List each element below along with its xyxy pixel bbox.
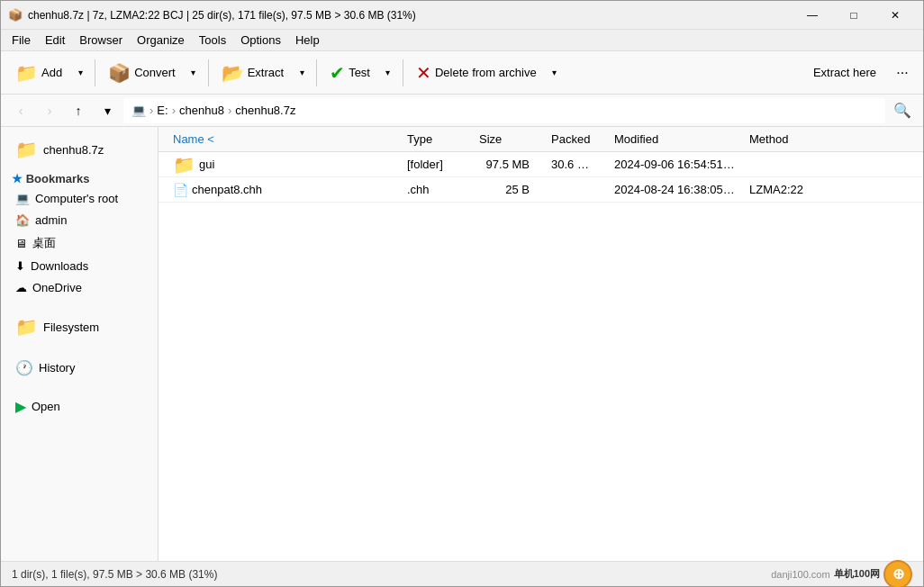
desktop-label: 桌面 [32, 235, 56, 251]
menu-bar: File Edit Browser Organize Tools Options… [1, 30, 923, 51]
delete-dropdown[interactable]: ▾ [546, 56, 564, 90]
breadcrumb-archive[interactable]: chenhu8.7z [235, 104, 295, 117]
test-dropdown[interactable]: ▾ [379, 56, 397, 90]
file-type-chh: .chh [400, 183, 472, 196]
col-header-name[interactable]: Name < [166, 127, 400, 151]
sidebar-item-downloads[interactable]: ⬇ Downloads [5, 256, 154, 276]
menu-edit[interactable]: Edit [38, 32, 72, 49]
sidebar-item-computer-root[interactable]: 💻 Computer's root [5, 188, 154, 209]
watermark-url: danji100.com [771, 569, 829, 580]
address-bar: ‹ › ↑ ▾ 💻 › E: › chenhu8 › chenhu8.7z 🔍 [1, 95, 923, 127]
filesystem-label: Filesystem [43, 321, 99, 334]
downloads-icon: ⬇ [15, 259, 25, 273]
app-icon: 📦 [8, 8, 23, 23]
separator-3 [316, 59, 317, 86]
menu-browser[interactable]: Browser [72, 32, 130, 49]
breadcrumb-drive[interactable]: E: [157, 104, 168, 117]
computer-icon: 💻 [131, 104, 146, 117]
maximize-button[interactable]: □ [833, 1, 874, 30]
status-bar: 1 dir(s), 1 file(s), 97.5 MB > 30.6 MB (… [1, 561, 923, 586]
folder-icon: 📁 [173, 154, 195, 176]
file-size-chh: 25 B [472, 183, 544, 196]
menu-help[interactable]: Help [288, 32, 327, 49]
convert-button[interactable]: 📦 Convert [101, 56, 183, 90]
admin-label: admin [35, 213, 67, 227]
col-header-method[interactable]: Method [742, 127, 814, 151]
separator-1 [95, 59, 95, 86]
extract-dropdown[interactable]: ▾ [293, 56, 311, 90]
dropdown-button[interactable]: ▾ [95, 98, 120, 123]
file-modified-gui: 2024-09-06 16:54:51.... [607, 158, 742, 171]
extract-label: Extract [248, 66, 284, 79]
delete-button[interactable]: ✕ Delete from archive [409, 56, 544, 90]
col-header-modified[interactable]: Modified [607, 127, 742, 151]
menu-options[interactable]: Options [233, 32, 288, 49]
add-button[interactable]: 📁 Add [8, 56, 69, 90]
history-icon: 🕐 [15, 359, 33, 376]
extract-button[interactable]: 📂 Extract [214, 56, 291, 90]
toolbar: 📁 Add ▾ 📦 Convert ▾ 📂 Extract ▾ ✔ Test ▾… [1, 51, 923, 95]
window-title: chenhu8.7z | 7z, LZMA2:22 BCJ | 25 dir(s… [28, 9, 792, 22]
file-name-chh: 📄 chenpat8.chh [166, 183, 400, 197]
file-icon: 📄 [173, 183, 188, 197]
check-icon: ✔ [330, 62, 345, 84]
delete-label: Delete from archive [435, 66, 537, 79]
separator-2 [208, 59, 209, 86]
folder-add-icon: 📁 [15, 62, 38, 84]
computer-root-icon: 💻 [15, 192, 30, 205]
file-size-gui: 97.5 MB [472, 158, 544, 171]
add-dropdown[interactable]: ▾ [71, 56, 89, 90]
sidebar-item-history[interactable]: 🕐 History [5, 356, 154, 380]
watermark-logo: ⊕ [883, 560, 912, 588]
computer-root-label: Computer's root [35, 192, 118, 205]
status-text: 1 dir(s), 1 file(s), 97.5 MB > 30.6 MB (… [12, 568, 217, 581]
separator-4 [403, 59, 403, 86]
file-method-chh: LZMA2:22 [742, 183, 814, 196]
sidebar-item-admin[interactable]: 🏠 admin [5, 210, 154, 230]
filesystem-icon: 📁 [15, 316, 38, 338]
archive-icon: 📁 [15, 139, 38, 160]
sidebar-item-archive[interactable]: 📁 chenhu8.7z [5, 135, 154, 164]
extract-here-button[interactable]: Extract here [802, 56, 887, 90]
sidebar-item-filesystem[interactable]: 📁 Filesystem [5, 312, 154, 341]
onedrive-label: OneDrive [32, 281, 82, 294]
window-controls: — □ ✕ [792, 1, 916, 30]
forward-button[interactable]: › [37, 98, 62, 123]
up-button[interactable]: ↑ [66, 98, 91, 123]
extract-icon: 📂 [222, 62, 244, 84]
convert-icon: 📦 [108, 62, 131, 84]
col-header-packed[interactable]: Packed [544, 127, 607, 151]
convert-dropdown[interactable]: ▾ [185, 56, 203, 90]
back-button[interactable]: ‹ [8, 98, 33, 123]
file-name-gui: 📁 gui [166, 154, 400, 176]
menu-organize[interactable]: Organize [130, 32, 192, 49]
minimize-button[interactable]: — [792, 1, 833, 30]
menu-tools[interactable]: Tools [192, 32, 233, 49]
bookmarks-section: ★ Bookmarks [1, 165, 158, 187]
test-button[interactable]: ✔ Test [322, 56, 377, 90]
file-list-header: Name < Type Size Packed Modified Method [159, 127, 923, 152]
sidebar-item-onedrive[interactable]: ☁ OneDrive [5, 277, 154, 298]
menu-file[interactable]: File [5, 32, 38, 49]
col-header-type[interactable]: Type [400, 127, 472, 151]
table-row[interactable]: 📄 chenpat8.chh .chh 25 B 2024-08-24 16:3… [159, 177, 923, 203]
title-bar: 📦 chenhu8.7z | 7z, LZMA2:22 BCJ | 25 dir… [1, 1, 923, 30]
col-header-size[interactable]: Size [472, 127, 544, 151]
breadcrumb-folder[interactable]: chenhu8 [179, 104, 224, 117]
sidebar-item-desktop[interactable]: 🖥 桌面 [5, 231, 154, 255]
file-packed-gui: 30.6 MB [544, 158, 607, 171]
sidebar-archive-label: chenhu8.7z [43, 143, 104, 157]
search-button[interactable]: 🔍 [889, 98, 916, 123]
breadcrumb[interactable]: 💻 › E: › chenhu8 › chenhu8.7z [123, 98, 885, 123]
sidebar-item-open[interactable]: ▶ Open [5, 394, 154, 419]
more-button[interactable]: ··· [889, 56, 916, 90]
open-icon: ▶ [15, 398, 26, 415]
close-button[interactable]: ✕ [874, 1, 916, 30]
desktop-icon: 🖥 [15, 237, 27, 250]
table-row[interactable]: 📁 gui [folder] 97.5 MB 30.6 MB 2024-09-0… [159, 152, 923, 177]
convert-label: Convert [134, 66, 176, 79]
more-icon: ··· [896, 65, 908, 81]
watermark-area: danji100.com 单机100网 ⊕ [771, 560, 912, 588]
open-label: Open [32, 400, 60, 413]
file-list: Name < Type Size Packed Modified Method [159, 127, 923, 561]
